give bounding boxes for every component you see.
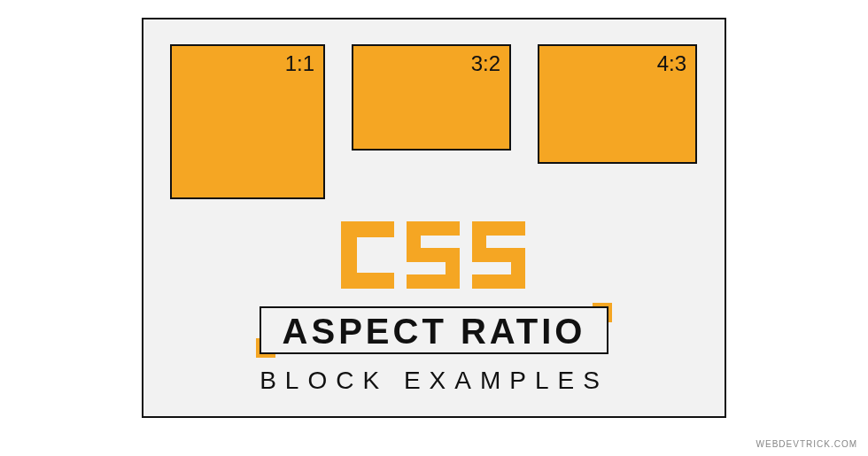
corner-decoration-icon (256, 338, 275, 358)
ratio-box-3-2: 3:2 (352, 44, 511, 151)
ratio-label: 4:3 (657, 51, 686, 76)
corner-decoration-icon (593, 303, 612, 322)
svg-rect-12 (472, 274, 525, 289)
watermark-text: WEBDEVTRICK.COM (756, 439, 857, 449)
heading-text: ASPECT RATIO (283, 312, 586, 351)
stage: 1:1 3:2 4:3 (0, 0, 868, 456)
heading-box: ASPECT RATIO (260, 306, 609, 354)
subheading-text: BLOCK EXAMPLES (143, 367, 725, 395)
css-logo-icon (341, 221, 527, 292)
ratio-label: 1:1 (285, 51, 314, 76)
ratio-box-4-3: 4:3 (538, 44, 697, 164)
demo-frame: 1:1 3:2 4:3 (142, 18, 726, 418)
ratio-label: 3:2 (471, 51, 500, 76)
svg-rect-7 (407, 274, 460, 289)
svg-rect-2 (341, 273, 394, 289)
ratio-boxes-row: 1:1 3:2 4:3 (170, 44, 698, 199)
ratio-box-1-1: 1:1 (170, 44, 325, 199)
title-block: ASPECT RATIO BLOCK EXAMPLES (143, 221, 725, 395)
